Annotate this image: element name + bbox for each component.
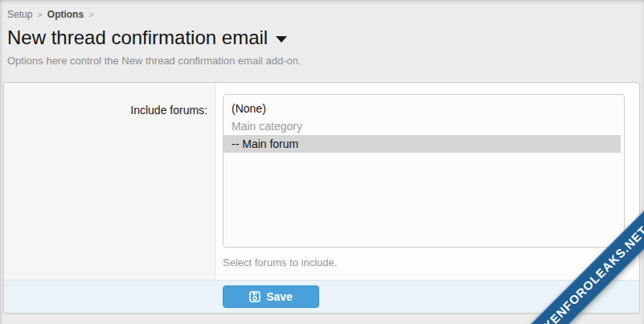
label-column: Include forums:	[4, 83, 215, 280]
content-column: (None) Main category -- Main forum Selec…	[215, 83, 639, 280]
include-forums-multiselect[interactable]: (None) Main category -- Main forum	[223, 94, 625, 248]
floppy-disk-icon	[249, 291, 260, 302]
save-button[interactable]: Save	[223, 285, 319, 308]
page-description: Options here control the New thread conf…	[7, 55, 636, 67]
breadcrumb-item-setup[interactable]: Setup	[7, 9, 32, 20]
breadcrumb: Setup>Options>	[7, 9, 636, 20]
page-title-dropdown[interactable]: New thread confirmation email	[7, 27, 287, 49]
options-form: Include forums: (None) Main category -- …	[3, 82, 640, 314]
form-footer: Save	[4, 280, 639, 313]
page-title: New thread confirmation email	[7, 27, 268, 49]
breadcrumb-separator: >	[88, 10, 93, 19]
chevron-down-icon	[276, 36, 287, 43]
select-option-main-category[interactable]: Main category	[224, 117, 621, 135]
save-button-label: Save	[266, 290, 293, 303]
include-forums-hint: Select forums to include.	[223, 256, 625, 269]
page-header: Setup>Options> New thread confirmation e…	[0, 0, 644, 67]
breadcrumb-item-options[interactable]: Options	[47, 9, 84, 20]
include-forums-label: Include forums:	[130, 104, 207, 117]
breadcrumb-separator: >	[37, 10, 42, 19]
select-option-main-forum[interactable]: -- Main forum	[224, 135, 621, 153]
select-option-none[interactable]: (None)	[224, 100, 621, 117]
form-row-include-forums: Include forums: (None) Main category -- …	[4, 83, 639, 280]
